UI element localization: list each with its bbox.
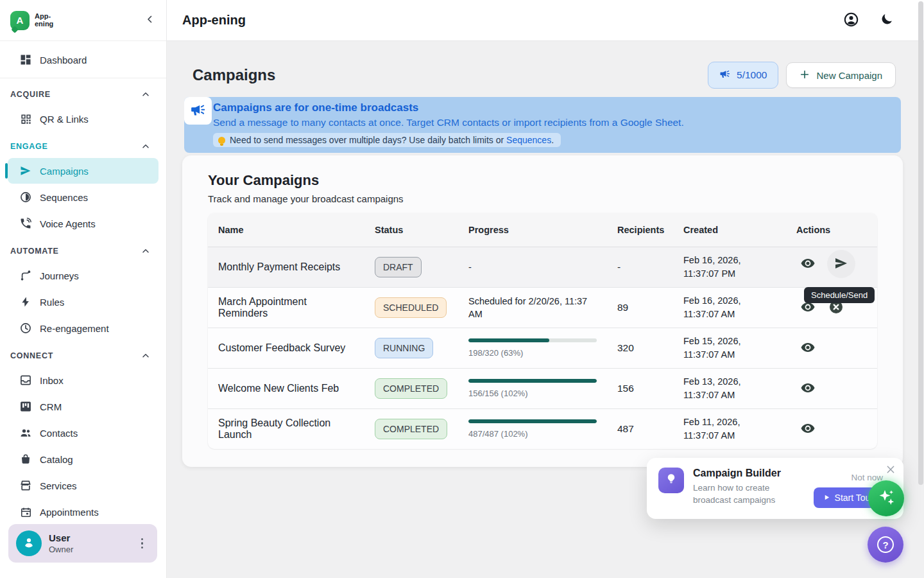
campaigns-table: Name Status Progress Recipients Created …: [208, 213, 877, 449]
sidebar-item-label: Sequences: [40, 192, 88, 203]
campaign-progress: 198/320 (63%): [458, 332, 607, 364]
ai-assistant-fab[interactable]: [868, 480, 904, 516]
view-button[interactable]: [799, 255, 817, 273]
question-mark-icon: ?: [877, 536, 894, 553]
view-button[interactable]: [799, 380, 817, 398]
page-scrollbar[interactable]: [918, 1, 923, 485]
app-title: App-ening: [182, 13, 246, 28]
chevron-up-icon: [141, 89, 151, 100]
sidebar-item-sequences[interactable]: Sequences: [8, 184, 158, 210]
campaign-actions: [786, 377, 877, 400]
campaign-created: Feb 13, 2026, 11:37:07 AM: [673, 369, 786, 408]
qr-code-icon: [19, 112, 32, 125]
sparkles-icon: [876, 487, 896, 510]
chevron-left-icon: [144, 13, 156, 27]
user-meta: User Owner: [49, 532, 73, 554]
status-badge: SCHEDULED: [375, 297, 447, 318]
sidebar-divider: [0, 78, 166, 78]
close-icon: [886, 464, 896, 477]
new-campaign-button[interactable]: New Campaign: [786, 62, 896, 88]
sidebar-item-voice-agents[interactable]: Voice Agents: [8, 211, 158, 236]
sidebar-item-contacts[interactable]: Contacts: [8, 420, 158, 446]
help-fab[interactable]: ?: [868, 527, 903, 563]
campaign-recipients: 89: [607, 295, 673, 320]
table-row[interactable]: March Appointment Reminders SCHEDULED Sc…: [208, 287, 877, 328]
section-label: ACQUIRE: [10, 90, 51, 99]
not-now-button[interactable]: Not now: [851, 473, 883, 482]
sidebar-item-appointments[interactable]: Appointments: [8, 499, 158, 520]
sidebar-footer: User Owner: [0, 519, 166, 578]
schedule-send-button[interactable]: [827, 250, 855, 278]
people-icon: [19, 426, 32, 439]
campaign-recipients: 487: [607, 417, 673, 441]
sidebar: A App- ening Dashboard ACQUIRE QR & Link…: [0, 0, 167, 578]
account-button[interactable]: [842, 12, 860, 30]
sidebar-section-automate[interactable]: AUTOMATE: [0, 240, 166, 262]
popup-close-button[interactable]: [886, 464, 896, 477]
sequences-link[interactable]: Sequences: [506, 135, 551, 145]
chevron-up-icon: [141, 246, 151, 256]
account-circle-icon: [843, 12, 859, 30]
sidebar-item-crm[interactable]: CRM: [8, 394, 158, 419]
eye-icon: [800, 256, 816, 273]
send-icon: [19, 164, 32, 177]
sidebar-nav: Dashboard ACQUIRE QR & Links ENGAGE Camp…: [0, 41, 166, 520]
sidebar-item-services[interactable]: Services: [8, 473, 158, 498]
sidebar-collapse-button[interactable]: [144, 13, 156, 27]
sidebar-item-dashboard[interactable]: Dashboard: [8, 47, 158, 73]
banner-icon-box: [184, 97, 212, 125]
progress-fill: [468, 419, 597, 423]
view-button[interactable]: [799, 420, 817, 438]
dark-mode-toggle[interactable]: [878, 12, 896, 30]
eye-icon: [800, 340, 816, 357]
table-row[interactable]: Spring Beauty Collection Launch COMPLETE…: [208, 408, 877, 449]
column-header-created: Created: [673, 213, 786, 247]
sidebar-item-journeys[interactable]: Journeys: [8, 263, 158, 288]
sidebar-header: A App- ening: [0, 0, 166, 41]
sidebar-item-catalog[interactable]: Catalog: [8, 446, 158, 472]
view-button[interactable]: [799, 339, 817, 357]
status-badge: DRAFT: [375, 257, 422, 277]
sidebar-item-re-engagement[interactable]: Re-engagement: [8, 315, 158, 341]
sidebar-item-label: Catalog: [40, 454, 73, 465]
table-body: Monthly Payment Receipts DRAFT - - Feb 1…: [208, 247, 877, 449]
sidebar-item-label: Re-engagement: [40, 323, 109, 334]
megaphone-icon: [190, 101, 207, 121]
campaign-quota-badge[interactable]: 5/1000: [708, 62, 778, 89]
table-row[interactable]: Customer Feedback Survey RUNNING 198/320…: [208, 328, 877, 368]
user-card[interactable]: User Owner: [8, 524, 157, 563]
dashboard-icon: [19, 53, 32, 66]
campaign-actions: [786, 417, 877, 441]
sidebar-item-label: Inbox: [40, 375, 64, 386]
column-header-progress: Progress: [458, 213, 607, 247]
campaign-name: Welcome New Clients Feb: [208, 376, 364, 401]
campaigns-card-title: Your Campaigns: [208, 172, 877, 189]
sidebar-item-campaigns[interactable]: Campaigns: [8, 158, 158, 184]
kanban-icon: [19, 400, 32, 413]
brand-name-bottom: ening: [35, 21, 53, 28]
progress-label: 156/156 (102%): [468, 389, 597, 398]
brand-name-top: App-: [35, 13, 53, 21]
half-circle-icon: [19, 191, 32, 204]
sidebar-section-connect[interactable]: CONNECT: [0, 345, 166, 367]
sidebar-section-engage[interactable]: ENGAGE: [0, 136, 166, 157]
topbar-icons: [842, 12, 896, 30]
lightning-icon: [19, 295, 32, 308]
sidebar-item-label: Contacts: [40, 428, 78, 439]
sidebar-item-rules[interactable]: Rules: [8, 289, 158, 315]
campaign-name: Monthly Payment Receipts: [208, 255, 364, 279]
column-header-actions: Actions: [786, 213, 877, 247]
lightbulb-icon: [218, 137, 225, 144]
table-row[interactable]: Monthly Payment Receipts DRAFT - - Feb 1…: [208, 247, 877, 287]
tip-text: Need to send messages over multiple days…: [230, 135, 554, 145]
sidebar-item-qr-links[interactable]: QR & Links: [8, 106, 158, 132]
sidebar-item-inbox[interactable]: Inbox: [8, 367, 158, 393]
popup-body: Learn how to create broadcast campaigns: [693, 482, 802, 507]
inbox-icon: [19, 374, 32, 387]
campaign-recipients: 156: [607, 376, 673, 401]
table-row[interactable]: Welcome New Clients Feb COMPLETED 156/15…: [208, 368, 877, 408]
person-icon: [22, 535, 36, 552]
sidebar-section-acquire[interactable]: ACQUIRE: [0, 83, 166, 105]
user-menu-button[interactable]: [141, 538, 144, 549]
campaign-progress: Scheduled for 2/20/26, 11:37 AM: [458, 288, 607, 328]
